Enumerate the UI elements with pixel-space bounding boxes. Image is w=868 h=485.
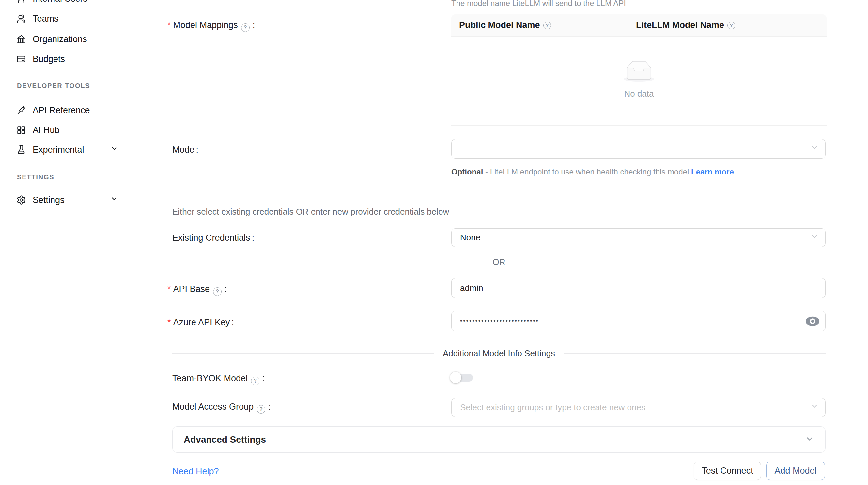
help-question-icon[interactable]: ? [213,287,222,296]
sidebar-item-label: Budgets [33,54,65,64]
divider-line [564,353,826,353]
chevron-down-icon [810,232,819,243]
grid-icon [16,125,26,135]
toggle-knob [450,372,461,383]
add-model-button[interactable]: Add Model [766,461,825,480]
sidebar-section-settings: SETTINGS [17,172,54,182]
chevron-down-icon [110,195,118,205]
api-base-input[interactable] [451,278,826,298]
masked-password-value: •••••••••••••••••••••••••• [460,318,539,325]
help-question-icon[interactable]: ? [727,22,735,29]
table-header-row: Public Model Name ? LiteLLM Model Name ? [451,14,827,36]
model-mappings-label: *Model Mappings?: [167,20,255,31]
sidebar-item-label: Experimental [33,145,84,155]
plug-icon [16,105,26,115]
chevron-down-icon [810,402,819,413]
help-question-icon[interactable]: ? [257,405,265,414]
azure-api-key-input[interactable]: •••••••••••••••••••••••••• [451,311,826,331]
mode-select[interactable] [451,139,826,159]
advanced-settings-title: Advanced Settings [184,434,266,445]
existing-credentials-label: Existing Credentials: [172,232,254,243]
column-header-public-model-name: Public Model Name ? [451,14,628,36]
sidebar-item-label: Internal Users [33,0,88,4]
learn-more-link[interactable]: Learn more [691,167,734,176]
team-byok-toggle[interactable] [451,374,473,382]
sidebar-item-label: Settings [33,195,65,205]
sidebar-item-experimental[interactable]: Experimental [0,139,158,160]
sidebar-item-label: Teams [33,14,59,24]
credit-card-icon [16,54,26,64]
advanced-settings-expander[interactable]: Advanced Settings [172,426,826,453]
chevron-down-icon [805,434,814,445]
existing-credentials-value: None [460,232,480,243]
need-help-link[interactable]: Need Help? [172,466,219,477]
divider-line [515,262,826,262]
column-header-litellm-model-name: LiteLLM Model Name ? [628,14,827,36]
panel-edge-divider [840,0,840,485]
test-connect-button[interactable]: Test Connect [694,461,761,480]
model-name-help-text: The model name LiteLLM will send to the … [451,0,626,8]
required-marker: * [167,20,171,30]
api-base-label: *API Base?: [167,284,227,294]
empty-inbox-icon [622,61,656,84]
help-question-icon[interactable]: ? [543,22,551,29]
sidebar-item-budgets[interactable]: Budgets [0,48,158,69]
sidebar-item-label: Organizations [33,34,87,44]
sidebar-item-settings[interactable]: Settings [0,190,158,211]
add-model-form: The model name LiteLLM will send to the … [158,0,868,485]
divider-line [172,353,434,353]
additional-settings-divider-text: Additional Model Info Settings [443,348,555,358]
mode-label: Mode: [172,144,198,155]
model-access-group-select[interactable]: Select existing groups or type to create… [451,398,826,417]
no-data-text: No data [624,89,654,99]
sidebar-item-ai-hub[interactable]: AI Hub [0,120,158,140]
eye-icon[interactable] [805,316,820,326]
sidebar-item-teams[interactable]: Teams [0,8,158,29]
sidebar-item-organizations[interactable]: Organizations [0,29,158,50]
users-icon [16,14,26,24]
or-divider: OR [172,257,826,267]
azure-api-key-label: *Azure API Key: [167,317,234,328]
team-byok-label: Team-BYOK Model?: [172,373,265,384]
chevron-down-icon [110,145,118,155]
additional-settings-divider: Additional Model Info Settings [172,348,826,358]
sidebar-section-developer-tools: DEVELOPER TOOLS [17,80,90,91]
table-empty-state: No data [451,36,827,126]
model-access-group-label: Model Access Group?: [172,401,271,412]
model-access-group-placeholder: Select existing groups or type to create… [460,402,646,413]
model-mappings-table: Public Model Name ? LiteLLM Model Name ?… [451,14,827,126]
help-question-icon[interactable]: ? [251,377,259,385]
help-question-icon[interactable]: ? [241,24,250,32]
sidebar-item-label: AI Hub [33,125,60,135]
sidebar-item-api-reference[interactable]: API Reference [0,100,158,121]
required-marker: * [167,284,171,294]
bank-icon [16,34,26,44]
required-marker: * [167,317,171,327]
mode-help-text: Optional - LiteLLM endpoint to use when … [451,165,751,179]
or-divider-text: OR [493,257,505,267]
existing-credentials-select[interactable]: None [451,228,826,247]
flask-icon [16,145,26,155]
gear-icon [16,195,26,205]
credentials-note: Either select existing credentials OR en… [172,207,449,217]
user-icon [16,0,26,4]
divider-line [172,262,484,262]
sidebar-item-internal-users[interactable]: Internal Users [0,0,158,9]
chevron-down-icon [810,143,819,154]
sidebar-item-label: API Reference [33,105,90,116]
sidebar: Internal Users Teams Organizations Budge… [0,0,158,485]
